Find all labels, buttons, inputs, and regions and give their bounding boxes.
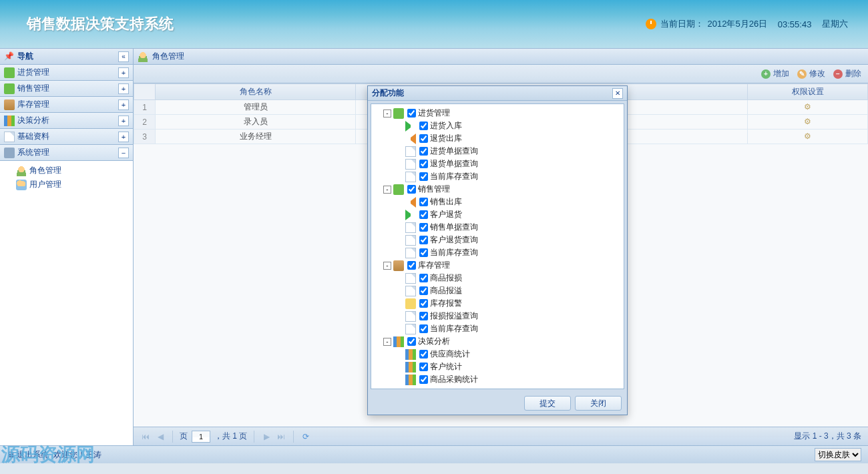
tree-checkbox[interactable]: [419, 248, 428, 257]
sidebar-item-stock[interactable]: 库存管理 +: [0, 97, 133, 113]
tree-checkbox[interactable]: [419, 223, 428, 232]
sidebar-item-decision[interactable]: 决策分析 +: [0, 113, 133, 129]
tree-node[interactable]: 退货出库: [371, 132, 624, 145]
tree-label: 决策分析: [418, 336, 450, 347]
exit-button[interactable]: 🖥 退出系统: [7, 449, 49, 461]
tree-node[interactable]: 销售出库: [371, 196, 624, 208]
tree-label: 进货入库: [430, 120, 462, 132]
tree-node[interactable]: 供应商统计: [371, 348, 624, 361]
tree-node[interactable]: 客户退货: [371, 208, 624, 221]
tree-node[interactable]: -决策分析: [371, 335, 624, 348]
tree-label: 客户退货: [430, 209, 462, 220]
tree-node[interactable]: 库存报警: [371, 297, 624, 310]
expand-icon[interactable]: +: [118, 67, 129, 78]
dialog-body: -进货管理进货入库退货出库进货单据查询退货单据查询当前库存查询-销售管理销售出库…: [371, 103, 624, 389]
tree-node[interactable]: 客户退货查询: [371, 234, 624, 246]
tree-label: 客户退货查询: [430, 234, 478, 246]
status-bar: 🖥 退出系统 欢迎您！王涛 切换皮肤: [0, 445, 868, 463]
sidebar-item-basic[interactable]: 基础资料 +: [0, 129, 133, 145]
doc-icon: [405, 286, 416, 296]
close-icon[interactable]: ✕: [612, 88, 623, 99]
tree-node[interactable]: 当前库存查询: [371, 170, 624, 183]
sidebar-item-sales[interactable]: 销售管理 +: [0, 81, 133, 97]
skin-select[interactable]: 切换皮肤: [815, 448, 861, 461]
expand-icon[interactable]: +: [118, 99, 129, 110]
tree-node[interactable]: -销售管理: [371, 183, 624, 196]
chart-icon: [405, 362, 416, 373]
doc-icon: [405, 324, 416, 334]
expand-icon[interactable]: +: [118, 132, 129, 142]
tree-checkbox[interactable]: [419, 299, 428, 308]
tree-checkbox[interactable]: [419, 236, 428, 244]
tree-checkbox[interactable]: [407, 337, 416, 346]
tree-checkbox[interactable]: [407, 185, 416, 194]
sidebar-item-purchase[interactable]: 进货管理 +: [0, 65, 133, 81]
tree-checkbox[interactable]: [419, 350, 428, 359]
box-icon: [393, 260, 404, 271]
tree-label: 商品报溢: [430, 285, 462, 296]
doc-icon: [405, 159, 416, 170]
arr-r-icon: [405, 210, 416, 220]
doc-icon: [405, 235, 416, 246]
tree-node-user[interactable]: 用户管理: [0, 178, 133, 192]
tree-node[interactable]: 退货单据查询: [371, 158, 624, 170]
tree-checkbox[interactable]: [419, 122, 428, 130]
expand-icon[interactable]: -: [383, 338, 391, 346]
sidebar-item-system[interactable]: 系统管理 −: [0, 145, 133, 161]
chart-icon: [405, 349, 416, 360]
tree-node[interactable]: 当前库存查询: [371, 246, 624, 259]
tree-label: 当前库存查询: [430, 247, 478, 258]
tree-checkbox[interactable]: [419, 274, 428, 282]
submit-button[interactable]: 提交: [524, 396, 571, 411]
expand-icon[interactable]: -: [383, 109, 391, 117]
tree-checkbox[interactable]: [407, 109, 416, 117]
tree-checkbox[interactable]: [419, 286, 428, 295]
tree-checkbox[interactable]: [419, 198, 428, 206]
doc-icon: [405, 172, 416, 182]
sidebar: 📌 导航 « 进货管理 + 销售管理 + 库存管理 + 决策分析 + 基础资料 …: [0, 49, 134, 445]
welcome-text: 欢迎您！王涛: [53, 449, 101, 461]
tree-checkbox[interactable]: [419, 134, 428, 143]
tree-label: 销售单据查询: [430, 222, 478, 233]
tree-node-role[interactable]: 角色管理: [0, 164, 133, 178]
assign-dialog: 分配功能 ✕ -进货管理进货入库退货出库进货单据查询退货单据查询当前库存查询-销…: [367, 85, 628, 415]
tree-node[interactable]: 当前库存查询: [371, 322, 624, 335]
tree-node[interactable]: 进货入库: [371, 120, 624, 132]
clock-icon: [646, 19, 656, 29]
panel-header: 角色管理: [134, 49, 868, 65]
tree-node[interactable]: 商品报损: [371, 272, 624, 284]
expand-icon[interactable]: +: [118, 115, 129, 126]
tree-checkbox[interactable]: [419, 375, 428, 384]
tree-checkbox[interactable]: [419, 312, 428, 320]
tree-node[interactable]: 报损报溢查询: [371, 310, 624, 322]
doc-icon: [405, 311, 416, 322]
tree-node[interactable]: 商品报溢: [371, 284, 624, 297]
tree-checkbox[interactable]: [419, 160, 428, 168]
tree-label: 当前库存查询: [430, 323, 478, 334]
dialog-header[interactable]: 分配功能 ✕: [368, 86, 627, 101]
tree-node[interactable]: -进货管理: [371, 107, 624, 120]
warn-icon: [405, 298, 416, 309]
close-button[interactable]: 关闭: [575, 396, 622, 411]
expand-icon[interactable]: +: [118, 83, 129, 94]
tree-node[interactable]: 销售单据查询: [371, 221, 624, 234]
expand-icon[interactable]: -: [383, 186, 391, 194]
green-icon: [393, 108, 404, 119]
tree-node[interactable]: 客户统计: [371, 361, 624, 373]
tree-checkbox[interactable]: [419, 324, 428, 333]
tree-node[interactable]: -库存管理: [371, 259, 624, 272]
tree-checkbox[interactable]: [419, 363, 428, 371]
tree-checkbox[interactable]: [419, 147, 428, 156]
tree-checkbox[interactable]: [419, 172, 428, 181]
tree-label: 进货管理: [418, 107, 450, 119]
collapse-button[interactable]: «: [118, 51, 129, 62]
tree-node[interactable]: 进货单据查询: [371, 145, 624, 158]
expand-icon[interactable]: -: [383, 262, 391, 270]
tree-checkbox[interactable]: [407, 261, 416, 270]
tree-label: 退货单据查询: [430, 158, 478, 170]
module-icon: [4, 115, 15, 126]
green-icon: [393, 184, 404, 195]
tree-node[interactable]: 商品采购统计: [371, 373, 624, 386]
collapse-icon[interactable]: −: [118, 148, 129, 158]
tree-checkbox[interactable]: [419, 210, 428, 219]
